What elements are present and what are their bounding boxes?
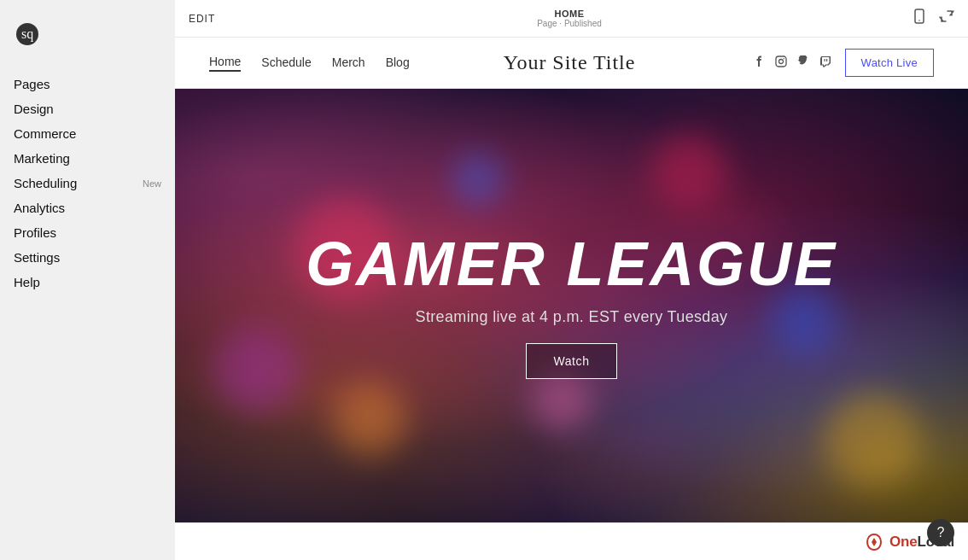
svg-rect-8 bbox=[826, 59, 827, 61]
sidebar-item-pages[interactable]: Pages bbox=[0, 72, 175, 96]
hero-section: GAMER LEAGUE Streaming live at 4 p.m. ES… bbox=[175, 89, 968, 522]
preview-header: Home Schedule Merch Blog Your Site Title bbox=[175, 38, 968, 89]
sidebar-item-analytics[interactable]: Analytics bbox=[0, 195, 175, 220]
nav-item-home[interactable]: Home bbox=[209, 55, 241, 72]
preview-area: Home Schedule Merch Blog Your Site Title bbox=[175, 38, 968, 522]
sidebar-navigation: Pages Design Commerce Marketing Scheduli… bbox=[0, 72, 175, 295]
svg-rect-7 bbox=[824, 59, 825, 61]
squarespace-logo: sq bbox=[0, 17, 175, 72]
bottom-bar: OneLocal ? bbox=[175, 522, 968, 560]
page-name: HOME bbox=[554, 9, 584, 19]
topbar-center: HOME Page · Published bbox=[537, 9, 602, 28]
page-status: Page · Published bbox=[537, 19, 602, 28]
hero-title: GAMER LEAGUE bbox=[306, 233, 837, 295]
topbar-left: EDIT bbox=[189, 13, 215, 25]
new-badge: New bbox=[143, 178, 161, 189]
nav-item-blog[interactable]: Blog bbox=[386, 55, 410, 71]
svg-rect-4 bbox=[776, 56, 786, 67]
svg-point-5 bbox=[778, 60, 783, 64]
sidebar-item-commerce[interactable]: Commerce bbox=[0, 121, 175, 146]
edit-button[interactable]: EDIT bbox=[189, 13, 215, 25]
watch-live-button[interactable]: Watch Live bbox=[845, 49, 934, 77]
svg-point-6 bbox=[783, 58, 784, 59]
preview-header-right: Watch Live bbox=[753, 49, 934, 77]
preview-navigation: Home Schedule Merch Blog bbox=[209, 55, 410, 72]
sidebar-item-settings[interactable]: Settings bbox=[0, 245, 175, 270]
twitter-icon[interactable] bbox=[797, 55, 809, 70]
svg-text:sq: sq bbox=[21, 26, 33, 42]
sidebar-item-help[interactable]: Help bbox=[0, 270, 175, 295]
hero-subtitle: Streaming live at 4 p.m. EST every Tuesd… bbox=[416, 308, 728, 326]
nav-item-merch[interactable]: Merch bbox=[332, 55, 365, 71]
sidebar: sq Pages Design Commerce Marketing Sched… bbox=[0, 0, 175, 560]
twitch-icon[interactable] bbox=[819, 55, 831, 70]
hero-cta-button[interactable]: Watch bbox=[526, 343, 618, 379]
svg-point-3 bbox=[918, 20, 920, 21]
nav-item-schedule[interactable]: Schedule bbox=[261, 55, 311, 71]
main-content: EDIT HOME Page · Published bbox=[175, 0, 968, 560]
site-title: Your Site Title bbox=[504, 51, 636, 74]
sidebar-item-design[interactable]: Design bbox=[0, 96, 175, 121]
topbar: EDIT HOME Page · Published bbox=[175, 0, 968, 38]
help-button[interactable]: ? bbox=[927, 519, 954, 546]
mobile-view-icon[interactable] bbox=[912, 9, 927, 28]
expand-icon[interactable] bbox=[939, 9, 954, 28]
facebook-icon[interactable] bbox=[753, 55, 765, 70]
sidebar-item-profiles[interactable]: Profiles bbox=[0, 220, 175, 245]
hero-content: GAMER LEAGUE Streaming live at 4 p.m. ES… bbox=[175, 89, 968, 522]
topbar-right bbox=[912, 9, 954, 28]
onelocal-icon bbox=[864, 532, 884, 552]
instagram-icon[interactable] bbox=[775, 55, 787, 70]
sidebar-item-marketing[interactable]: Marketing bbox=[0, 146, 175, 171]
social-icons bbox=[753, 55, 831, 70]
sidebar-item-scheduling[interactable]: Scheduling New bbox=[0, 171, 175, 195]
